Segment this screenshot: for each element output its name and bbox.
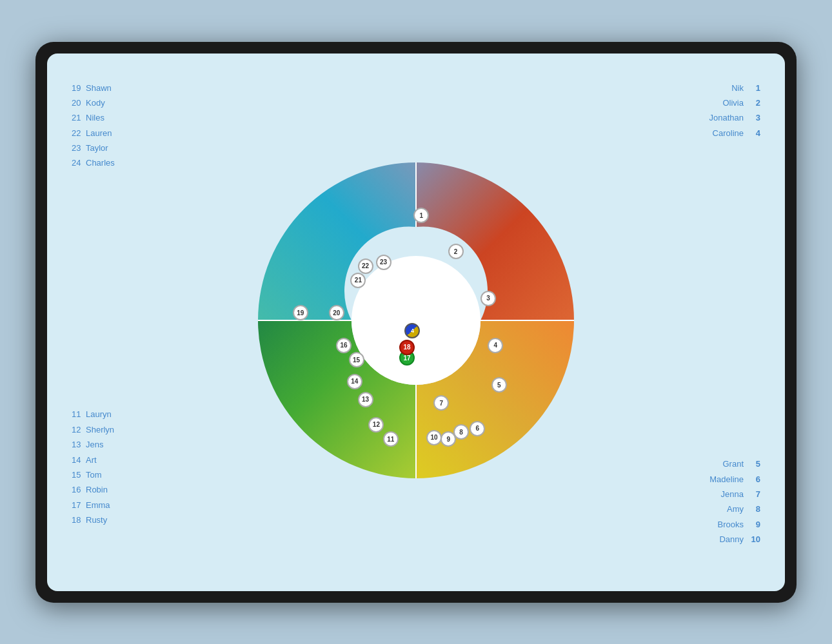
legend-item: Caroline4 bbox=[709, 126, 761, 141]
legend-name: Amy bbox=[727, 502, 744, 516]
legend-num: 21 bbox=[72, 110, 86, 125]
legend-num: 23 bbox=[72, 141, 86, 155]
legend-item: 19Shawn bbox=[72, 81, 115, 95]
legend-name: Jonathan bbox=[709, 110, 744, 125]
page-title bbox=[47, 54, 785, 74]
legend-item: 16Robin bbox=[72, 482, 114, 497]
legend-num: 15 bbox=[72, 467, 86, 482]
legend-name: Emma bbox=[86, 500, 110, 510]
legend-item: Grant5 bbox=[709, 456, 760, 471]
legend-num: 24 bbox=[72, 155, 86, 170]
badge-10: 10 bbox=[426, 430, 442, 445]
legend-num: 9 bbox=[749, 517, 760, 532]
legend-num: 22 bbox=[72, 126, 86, 141]
legend-item: Amy8 bbox=[709, 502, 760, 516]
badge-22: 22 bbox=[358, 259, 373, 274]
badge-23: 23 bbox=[376, 255, 391, 270]
badge-label: 6 bbox=[475, 425, 479, 432]
legend-item: Danny10 bbox=[709, 532, 760, 547]
legend-num: 18 bbox=[72, 512, 86, 527]
badge-label: 17 bbox=[403, 355, 410, 362]
badge-13: 13 bbox=[358, 392, 373, 407]
badge-label: 5 bbox=[497, 382, 501, 389]
badge-label: 1 bbox=[420, 212, 424, 219]
legend-num: 14 bbox=[72, 453, 86, 467]
legend-top-right: Nik1Olivia2Jonathan3Caroline4 bbox=[709, 81, 761, 141]
legend-item: Madeline6 bbox=[709, 472, 760, 487]
legend-name: Art bbox=[86, 455, 97, 465]
badge-label: 3 bbox=[486, 295, 490, 302]
screen: 19Shawn20Kody21Niles22Lauren23Taylor24Ch… bbox=[47, 54, 785, 591]
legend-item: 12Sherlyn bbox=[72, 422, 114, 437]
legend-name: Rusty bbox=[86, 515, 107, 525]
badge-20: 20 bbox=[329, 305, 344, 320]
badge-label: 2 bbox=[454, 248, 458, 255]
legend-item: 21Niles bbox=[72, 110, 115, 125]
legend-item: 15Tom bbox=[72, 467, 114, 482]
legend-num: 4 bbox=[749, 126, 760, 141]
legend-num: 19 bbox=[72, 81, 86, 95]
legend-name: Kody bbox=[86, 98, 105, 108]
device-frame: 19Shawn20Kody21Niles22Lauren23Taylor24Ch… bbox=[35, 42, 797, 603]
legend-name: Jenna bbox=[721, 487, 744, 502]
badge-16: 16 bbox=[336, 338, 352, 353]
legend-name: Olivia bbox=[722, 95, 744, 110]
badge-label: 18 bbox=[403, 344, 410, 351]
legend-item: Brooks9 bbox=[709, 517, 760, 532]
legend-item: 24Charles bbox=[72, 155, 115, 170]
legend-num: 11 bbox=[72, 407, 86, 422]
legend-num: 13 bbox=[72, 437, 86, 452]
badge-label: 7 bbox=[439, 400, 443, 407]
badge-label: 8 bbox=[459, 429, 463, 436]
badge-label: 23 bbox=[380, 259, 387, 266]
legend-name: Lauryn bbox=[86, 409, 112, 419]
legend-item: 11Lauryn bbox=[72, 407, 114, 422]
badge-19: 19 bbox=[293, 305, 308, 320]
legend-name: Charles bbox=[86, 158, 115, 168]
legend-name: Sherlyn bbox=[86, 425, 114, 434]
badge-1: 1 bbox=[413, 208, 429, 223]
badge-4: 4 bbox=[404, 323, 420, 338]
legend-num: 20 bbox=[72, 95, 86, 110]
legend-name: Taylor bbox=[86, 143, 108, 153]
legend-num: 3 bbox=[749, 110, 760, 125]
legend-name: Lauren bbox=[86, 128, 112, 138]
legend-item: 18Rusty bbox=[72, 512, 114, 527]
legend-name: Niles bbox=[86, 113, 104, 122]
legend-name: Brooks bbox=[718, 517, 744, 532]
legend-item: 22Lauren bbox=[72, 126, 115, 141]
legend-item: 23Taylor bbox=[72, 141, 115, 155]
legend-num: 8 bbox=[749, 502, 760, 516]
legend-item: 13Jens bbox=[72, 437, 114, 452]
legend-num: 5 bbox=[749, 456, 760, 471]
legend-num: 17 bbox=[72, 498, 86, 512]
badge-label: 10 bbox=[430, 434, 437, 441]
badge-label: 16 bbox=[340, 342, 347, 349]
legend-item: 14Art bbox=[72, 453, 114, 467]
badge-label: 20 bbox=[333, 309, 340, 317]
legend-name: Tom bbox=[86, 470, 102, 480]
badge-12: 12 bbox=[368, 417, 384, 433]
badge-label: 11 bbox=[387, 436, 394, 443]
badge-5: 5 bbox=[491, 377, 507, 393]
badge-label: 19 bbox=[297, 309, 304, 317]
legend-item: 20Kody bbox=[72, 95, 115, 110]
legend-name: Caroline bbox=[713, 126, 744, 141]
badge-label: 9 bbox=[447, 436, 451, 443]
badge-3: 3 bbox=[480, 291, 496, 306]
badge-label: 4 bbox=[411, 327, 414, 334]
badge-18: 18 bbox=[399, 340, 415, 355]
content-area: 19Shawn20Kody21Niles22Lauren23Taylor24Ch… bbox=[47, 74, 785, 567]
legend-num: 10 bbox=[749, 532, 760, 547]
legend-name: Madeline bbox=[709, 472, 744, 487]
badge-7: 7 bbox=[433, 395, 449, 411]
legend-top-left: 19Shawn20Kody21Niles22Lauren23Taylor24Ch… bbox=[72, 81, 115, 171]
badge-label: 21 bbox=[355, 277, 362, 284]
legend-name: Shawn bbox=[86, 83, 112, 93]
badge-6: 6 bbox=[470, 421, 485, 436]
legend-num: 12 bbox=[72, 422, 86, 437]
badge-4: 4 bbox=[488, 338, 503, 353]
legend-num: 16 bbox=[72, 482, 86, 497]
legend-num: 1 bbox=[749, 81, 760, 95]
legend-name: Robin bbox=[86, 485, 108, 494]
